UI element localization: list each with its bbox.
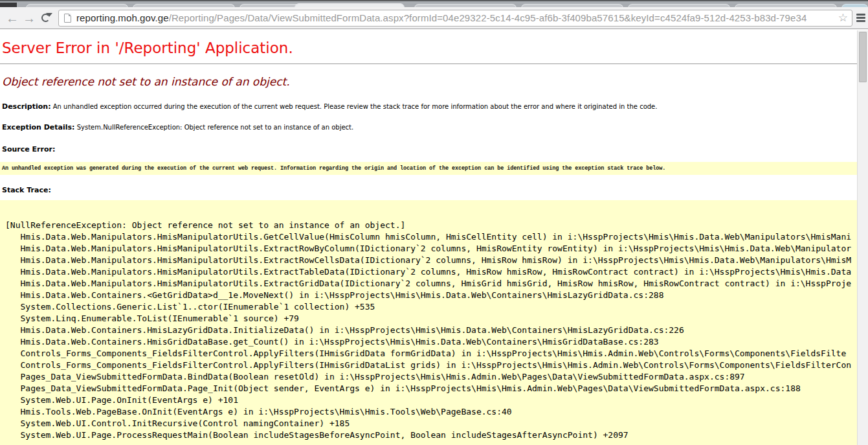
divider (0, 63, 868, 64)
error-page: Server Error in '/Reporting' Application… (0, 30, 868, 445)
source-error-row: Source Error: (2, 145, 868, 154)
reload-icon-arrowhead (46, 13, 52, 17)
browser-tab[interactable] (0, 3, 17, 7)
source-error-label: Source Error: (2, 145, 55, 154)
source-error-box: An unhandled exception was generated dur… (0, 162, 868, 175)
error-subtitle: Object reference not set to an instance … (2, 74, 868, 89)
url-text[interactable]: reporting.moh.gov.ge/Reporting/Pages/Dat… (76, 12, 836, 23)
browser-toolbar: ← → reporting.moh.gov.ge/Reporting/Pages… (0, 7, 868, 29)
browser-tab[interactable] (735, 4, 837, 7)
scrollbar-thumb[interactable] (859, 32, 867, 82)
stack-trace-text: [NullReferenceException: Object referenc… (0, 200, 868, 445)
stack-trace-box: [NullReferenceException: Object referenc… (0, 200, 868, 445)
hamburger-icon (856, 14, 865, 16)
browser-tab[interactable] (133, 4, 235, 7)
url-path: /Reporting/Pages/Data/ViewSubmittedFormD… (169, 12, 807, 23)
stack-trace-label: Stack Trace: (2, 186, 51, 194)
forward-arrow-icon: → (23, 11, 36, 25)
url-domain: reporting.moh.gov.ge (76, 12, 169, 23)
browser-tab-active[interactable] (295, 3, 405, 7)
description-row: Description: An unhandled exception occu… (2, 102, 868, 111)
browser-tab[interactable] (628, 4, 730, 7)
bookmark-star-icon[interactable]: ☆ (838, 11, 848, 25)
exception-details-row: Exception Details: System.NullReferenceE… (2, 123, 868, 131)
source-error-text: An unhandled exception was generated dur… (2, 165, 665, 172)
exception-details-text: System.NullReferenceException: Object re… (77, 124, 354, 131)
url-bar[interactable]: reporting.moh.gov.ge/Reporting/Pages/Dat… (58, 10, 852, 27)
browser-tab[interactable] (841, 4, 868, 7)
browser-tab[interactable] (521, 4, 623, 7)
exception-details-label: Exception Details: (2, 123, 74, 131)
page-document-icon (64, 14, 71, 23)
browser-tab[interactable] (26, 4, 128, 7)
menu-button[interactable] (856, 12, 865, 24)
reload-button[interactable] (38, 10, 54, 27)
back-arrow-icon: ← (6, 11, 19, 25)
page-title: Server Error in '/Reporting' Application… (2, 39, 868, 57)
forward-button[interactable]: → (21, 10, 38, 27)
browser-tab[interactable] (414, 4, 517, 7)
description-label: Description: (2, 102, 51, 111)
back-button[interactable]: ← (4, 10, 21, 27)
vertical-scrollbar[interactable] (857, 30, 868, 445)
tab-strip (0, 0, 868, 7)
stack-trace-row: Stack Trace: (2, 186, 868, 194)
description-text: An unhandled exception occurred during t… (53, 103, 658, 110)
